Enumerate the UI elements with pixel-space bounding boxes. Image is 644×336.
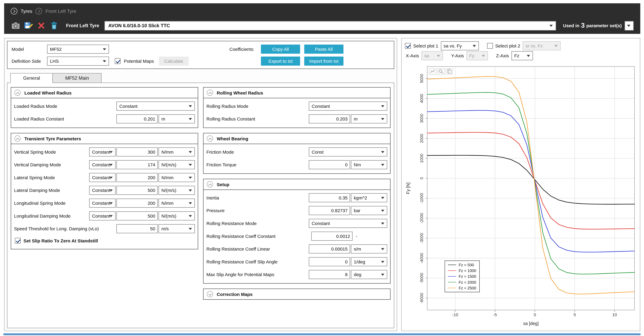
z-axis-label: Z-Axis bbox=[496, 53, 509, 58]
plot2-type-select[interactable]: sr vs. Fx bbox=[523, 41, 561, 50]
rolling-wheel-radius-collapse-icon[interactable] bbox=[207, 90, 213, 96]
chart-area: -10-50510-6000-5000-4000-3000-2000-10000… bbox=[403, 63, 640, 332]
pressure-value-input[interactable]: 0.82737 bbox=[309, 206, 350, 215]
loaded-radius-constant-value-input[interactable]: 0.201 bbox=[116, 114, 158, 123]
rolling-resistance-coeff-linear-unit-select[interactable]: s/m bbox=[351, 244, 387, 253]
zoom-icon[interactable] bbox=[437, 68, 444, 75]
vertical-damping-mode-mode-select[interactable]: Constant bbox=[89, 160, 116, 169]
max-slip-angle-for-potential-maps-label: Max Slip Angle for Potential Maps bbox=[206, 272, 277, 277]
import-from-txt-button[interactable]: Import from txt bbox=[304, 56, 344, 66]
lateral-damping-mode-mode-select[interactable]: Constant bbox=[89, 186, 116, 194]
rolling-resistance-coeff-slip-angle-value-input[interactable]: 0 bbox=[309, 257, 350, 266]
longitudinal-damping-mode-mode-select[interactable]: Constant bbox=[89, 211, 116, 220]
copy-plot-icon[interactable] bbox=[446, 68, 453, 75]
pressure-unit-select[interactable]: bar bbox=[351, 206, 387, 215]
line-chart-icon[interactable] bbox=[429, 68, 436, 75]
save-icon[interactable] bbox=[24, 21, 34, 31]
x-axis-select[interactable]: sa bbox=[422, 51, 443, 60]
legend-label: Fz = 2000 bbox=[458, 280, 476, 284]
lateral-spring-mode-mode-select[interactable]: Constant bbox=[89, 173, 116, 182]
breadcrumb-arrow-icon[interactable] bbox=[11, 8, 18, 14]
tab-mf52-main[interactable]: MF52 Main bbox=[52, 73, 102, 83]
rolling-radius-constant-unit-select[interactable]: m bbox=[351, 114, 387, 123]
select-plot2-checkbox[interactable] bbox=[487, 43, 493, 49]
longitudinal-spring-mode-unit-select[interactable]: N/mm bbox=[158, 198, 195, 208]
calculate-button[interactable]: Calculate bbox=[159, 56, 188, 66]
vertical-spring-mode-unit-select[interactable]: N/mm bbox=[158, 147, 195, 156]
potential-maps-checkbox[interactable] bbox=[115, 58, 120, 64]
longitudinal-spring-mode-value-input[interactable]: 200 bbox=[116, 198, 158, 208]
copy-all-button[interactable]: Copy All bbox=[261, 44, 300, 54]
wheel-bearing-collapse-icon[interactable] bbox=[207, 135, 213, 142]
max-slip-angle-for-potential-maps-unit-select[interactable]: deg bbox=[351, 270, 387, 279]
paste-all-button[interactable]: Paste All bbox=[304, 44, 344, 54]
longitudinal-damping-mode-value-input[interactable]: 500 bbox=[116, 211, 158, 220]
speed-threshold-for-long-damping-vlo-unit-select[interactable]: m/s bbox=[158, 224, 195, 233]
loaded-radius-constant-unit-select[interactable]: m bbox=[158, 114, 195, 123]
group-rows: Inertia0.35kgm^2Pressure0.82737barRollin… bbox=[204, 190, 390, 283]
z-axis-select[interactable]: Fz bbox=[512, 51, 533, 60]
select-plot1-checkbox[interactable] bbox=[405, 43, 411, 49]
rolling-resistance-coeff-slip-angle-unit-select[interactable]: 1/deg bbox=[351, 257, 387, 266]
rolling-radius-mode-select[interactable]: Constant bbox=[309, 101, 387, 110]
max-slip-angle-for-potential-maps-value-input[interactable]: 8 bbox=[309, 270, 350, 279]
form-row-rolling-resistance-coeff-linear: Rolling Resistance Coeff Linear0.00015s/… bbox=[206, 242, 387, 255]
setup-collapse-icon[interactable] bbox=[207, 181, 213, 188]
inertia-value-input[interactable]: 0.35 bbox=[309, 193, 350, 202]
loaded-radius-mode-select[interactable]: Constant bbox=[116, 101, 195, 110]
model-label: Model bbox=[12, 46, 44, 52]
rolling-radius-constant-value-input[interactable]: 0.203 bbox=[309, 114, 350, 123]
lateral-spring-mode-value-input[interactable]: 200 bbox=[116, 173, 158, 182]
vertical-damping-mode-value-input[interactable]: 174 bbox=[116, 160, 158, 169]
lateral-damping-mode-value-input[interactable]: 500 bbox=[116, 186, 158, 194]
export-to-txt-button[interactable]: Export to txt bbox=[261, 56, 300, 66]
speed-threshold-for-long-damping-vlo-value-input[interactable]: 50 bbox=[116, 224, 158, 233]
inertia-unit-select[interactable]: kgm^2 bbox=[351, 193, 387, 202]
used-in-dropdown[interactable] bbox=[625, 21, 634, 30]
set-slip-ratio-to-zero-at-standstill-checkbox[interactable] bbox=[15, 238, 20, 244]
rolling-resistance-coeff-linear-value-input[interactable]: 0.00015 bbox=[309, 244, 350, 253]
rolling-resistance-coeff-constant-value-input[interactable]: 0.0012 bbox=[311, 231, 352, 240]
friction-mode-select[interactable]: Const bbox=[309, 147, 387, 156]
vertical-damping-mode-unit-select[interactable]: N/(m/s) bbox=[158, 160, 195, 169]
lateral-damping-mode-unit-select[interactable]: N/(m/s) bbox=[158, 186, 195, 194]
plot1-type-select[interactable]: sa vs. Fy bbox=[441, 41, 479, 50]
tyre-name-label: Front Left Tyre bbox=[66, 23, 99, 28]
breadcrumb-arrow-icon[interactable] bbox=[36, 8, 42, 14]
loaded-wheel-radius-collapse-icon[interactable] bbox=[14, 90, 21, 96]
plot1-type-value: sa vs. Fy bbox=[444, 44, 462, 48]
longitudinal-spring-mode-mode-select[interactable]: Constant bbox=[89, 198, 116, 208]
correction-maps-collapse-icon[interactable] bbox=[207, 291, 213, 297]
svg-text:0: 0 bbox=[534, 312, 536, 317]
rolling-resistance-coeff-slip-angle-unit-select-value: 1/deg bbox=[354, 259, 365, 264]
transient-tyre-parameters-collapse-icon[interactable] bbox=[14, 135, 21, 142]
pressure-unit-select-value: bar bbox=[354, 208, 360, 213]
tab-general[interactable]: General bbox=[10, 73, 53, 83]
breadcrumb-item-tyres[interactable]: Tyres bbox=[21, 8, 32, 14]
fy-vs-sa-chart: -10-50510-6000-5000-4000-3000-2000-10000… bbox=[403, 63, 637, 331]
vertical-spring-mode-mode-select-value: Constant bbox=[92, 149, 110, 154]
y-axis-select[interactable]: Fy bbox=[466, 51, 488, 60]
vertical-spring-mode-mode-select[interactable]: Constant bbox=[89, 147, 116, 156]
form-row-longitudinal-damping-mode: Longitudinal Damping ModeConstant500N/(m… bbox=[14, 209, 195, 222]
breadcrumb-item-front-left-tyre[interactable]: Front Left Tyre bbox=[46, 8, 76, 14]
delete-icon[interactable] bbox=[36, 21, 46, 31]
friction-torque-unit-select[interactable]: Nm bbox=[351, 160, 387, 169]
form-column-right: Rolling Wheel RadiusRolling Radius ModeC… bbox=[203, 87, 390, 324]
group-title: Transient Tyre Parameters bbox=[24, 136, 81, 141]
form-row-rolling-radius-constant: Rolling Radius Constant0.203m bbox=[206, 112, 387, 125]
rolling-resistance-mode-select[interactable]: Constant bbox=[309, 219, 387, 228]
general-tab-content: Loaded Wheel RadiusLoaded Radius ModeCon… bbox=[7, 82, 394, 328]
group-transient-tyre-parameters: Transient Tyre ParametersVertical Spring… bbox=[11, 133, 198, 249]
definition-side-select[interactable]: LHS bbox=[47, 56, 109, 66]
screenshot-icon[interactable] bbox=[11, 21, 21, 31]
friction-torque-value-input[interactable]: 0 bbox=[309, 160, 350, 169]
group-header: Setup bbox=[204, 179, 390, 190]
trash-icon[interactable] bbox=[49, 21, 59, 31]
vertical-spring-mode-value-input[interactable]: 300 bbox=[116, 147, 158, 156]
form-row-inertia: Inertia0.35kgm^2 bbox=[206, 191, 387, 204]
model-select[interactable]: MF52 bbox=[47, 44, 109, 54]
longitudinal-damping-mode-unit-select[interactable]: N/(m/s) bbox=[158, 211, 195, 220]
tyre-combobox[interactable]: AVON 6.0/16.0-10 Slick TTC bbox=[105, 21, 556, 30]
lateral-spring-mode-unit-select[interactable]: N/mm bbox=[158, 173, 195, 182]
